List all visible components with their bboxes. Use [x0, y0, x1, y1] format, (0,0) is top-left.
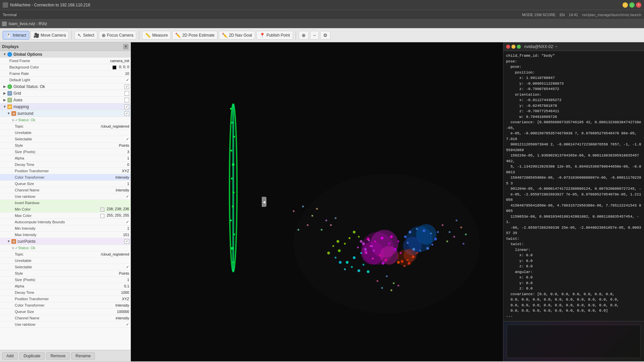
currpoints-row[interactable]: ▼ ◉ currPoints — [0, 238, 131, 245]
surround-channel-value[interactable]: intensity — [116, 188, 129, 192]
global-status-expand[interactable]: ▶ — [3, 85, 7, 89]
panel-collapse-btn[interactable]: ◀ — [262, 197, 266, 207]
maximize-button[interactable]: □ — [629, 2, 635, 8]
global-options-expand[interactable]: ▼ — [3, 52, 7, 56]
global-options-header[interactable]: ▼ 🌐 Global Options — [0, 51, 131, 58]
duplicate-button[interactable]: Duplicate — [19, 352, 45, 360]
extra-btn-2[interactable]: − — [310, 31, 319, 40]
svg-point-14 — [232, 261, 234, 263]
currpoints-rainbow-checkbox[interactable] — [126, 322, 129, 327]
surround-queue-value[interactable]: 1 — [127, 182, 129, 186]
surround-style-row: Style Points — [0, 142, 131, 149]
surround-expand[interactable]: ▼ — [7, 111, 11, 116]
publish-point-button[interactable]: 📍 Publish Point — [256, 31, 293, 40]
close-button[interactable]: × — [636, 2, 641, 8]
surround-size-value[interactable]: 3 — [127, 150, 129, 154]
global-status-checkbox[interactable] — [125, 84, 129, 89]
move-camera-button[interactable]: 🎥 Move Camera — [31, 31, 69, 40]
toolbar-sep-1 — [71, 31, 72, 40]
term-maximize-dot[interactable] — [517, 45, 521, 49]
svg-point-9 — [233, 192, 235, 194]
svg-point-90 — [381, 287, 383, 289]
surround-icon: ◉ — [11, 111, 16, 116]
default-light-checkbox[interactable] — [126, 78, 129, 82]
currpoints-style-value[interactable]: Points — [119, 271, 129, 275]
currpoints-checkbox[interactable] — [125, 239, 129, 244]
displays-content[interactable]: ▼ 🌐 Global Options Fixed Frame camera_in… — [0, 51, 131, 350]
surround-checkbox[interactable] — [125, 111, 129, 116]
currpoints-alpha-value[interactable]: 0.1 — [124, 284, 129, 288]
currpoints-decay-value[interactable]: 1000 — [121, 290, 129, 295]
term-minimize-dot[interactable] — [511, 45, 515, 49]
currpoints-expand[interactable]: ▼ — [7, 239, 11, 243]
svg-point-85 — [335, 217, 337, 219]
measure-button[interactable]: 📏 Measure — [142, 31, 171, 40]
term-close-dot[interactable] — [506, 45, 510, 49]
currpoints-channel-value[interactable]: intensity — [116, 316, 129, 320]
interact-button[interactable]: 🖱️ Interact — [3, 31, 29, 40]
nav-goal-button[interactable]: ✏️ 2D Nav Goal — [219, 31, 255, 40]
surround-autocompute-checkbox[interactable] — [126, 220, 129, 224]
fixed-frame-value[interactable]: camera_init — [110, 59, 129, 63]
minimize-button[interactable]: − — [623, 2, 628, 8]
select-icon: ↖ — [78, 33, 82, 38]
min-color-swatch[interactable] — [100, 208, 104, 212]
remove-button[interactable]: Remove — [46, 352, 70, 360]
grid-checkbox[interactable] — [125, 91, 129, 96]
extra-btn-1[interactable]: ⊕ — [299, 31, 309, 40]
pose-estimate-button[interactable]: ✏️ 2D Pose Estimate — [172, 31, 217, 40]
surround-rainbow-checkbox[interactable] — [126, 194, 129, 199]
extra-btn-3[interactable]: ⚙ — [320, 31, 331, 40]
currpoints-queue-value[interactable]: 100000 — [117, 310, 129, 314]
currpoints-topic-value[interactable]: /cloud_registered — [101, 252, 129, 256]
currpoints-channel-label: Channel Name — [15, 316, 116, 320]
max-color-swatch[interactable] — [100, 214, 104, 218]
axes-checkbox[interactable] — [125, 98, 129, 102]
surround-pos-trans-value[interactable]: XYZ — [122, 169, 129, 173]
surround-alpha-value[interactable]: 1 — [127, 156, 129, 160]
terminal-line: pose: — [506, 59, 641, 64]
surround-max-int-value[interactable]: 151 — [123, 233, 129, 237]
surround-color-trans-value[interactable]: Intensity — [115, 175, 129, 179]
mapping-checkbox[interactable] — [125, 104, 129, 109]
mapping-row[interactable]: ▼ 📁 mapping — [0, 103, 131, 110]
surround-unreliable-label: Unreliable — [15, 131, 129, 135]
surround-min-int-row: Min Intensity 1 — [0, 225, 131, 232]
grid-row[interactable]: ▶ # Grid — [0, 90, 131, 97]
svg-point-46 — [407, 242, 409, 244]
terminal-line: position: — [506, 70, 641, 76]
rename-button[interactable]: Rename — [71, 352, 95, 360]
surround-selectable-checkbox[interactable] — [126, 137, 129, 141]
currpoints-pos-trans-value[interactable]: XYZ — [122, 297, 129, 301]
terminal-content[interactable]: child_frame_id: "body"pose: pose: positi… — [503, 51, 644, 321]
axes-row[interactable]: ▶ ⊕ Axes — [0, 97, 131, 103]
svg-point-52 — [351, 266, 353, 268]
surround-decay-value[interactable]: 0 — [127, 163, 129, 167]
surround-max-color-row: Max Color 255; 255; 255 — [0, 213, 131, 219]
axes-expand[interactable]: ▶ — [3, 98, 7, 102]
currpoints-size-value[interactable]: 1 — [127, 278, 129, 282]
surround-style-value[interactable]: Points — [119, 143, 129, 147]
surround-topic-value[interactable]: /cloud_registered — [101, 124, 129, 128]
surround-row[interactable]: ▼ ◉ surround — [0, 110, 131, 117]
frame-rate-value[interactable]: 10 — [125, 72, 129, 76]
grid-expand[interactable]: ▶ — [3, 91, 7, 95]
surround-unreliable-row: Unreliable — [0, 130, 131, 136]
displays-close-btn[interactable]: × — [123, 44, 129, 49]
focus-camera-button[interactable]: ⊕ Focus Camera — [99, 31, 137, 40]
currpoints-selectable-checkbox[interactable] — [126, 265, 129, 269]
svg-point-53 — [357, 269, 360, 272]
mapping-expand[interactable]: ▼ — [3, 105, 7, 109]
global-status-row[interactable]: ▶ ✓ Global Status: Ok — [0, 83, 131, 90]
3d-view[interactable]: ◀ — [131, 42, 503, 361]
svg-point-69 — [401, 260, 403, 263]
toolbar-sep-2 — [139, 31, 139, 40]
add-button[interactable]: Add — [2, 352, 18, 360]
bg-color-swatch[interactable] — [112, 65, 116, 70]
select-button[interactable]: ↖ Select — [75, 31, 97, 40]
svg-point-65 — [358, 236, 360, 238]
surround-min-int-value[interactable]: 1 — [127, 226, 129, 230]
surround-invert-row: Invert Rainbow — [0, 200, 131, 206]
move-camera-label: Move Camera — [41, 33, 66, 38]
currpoints-color-trans-value[interactable]: Intensity — [115, 303, 129, 307]
